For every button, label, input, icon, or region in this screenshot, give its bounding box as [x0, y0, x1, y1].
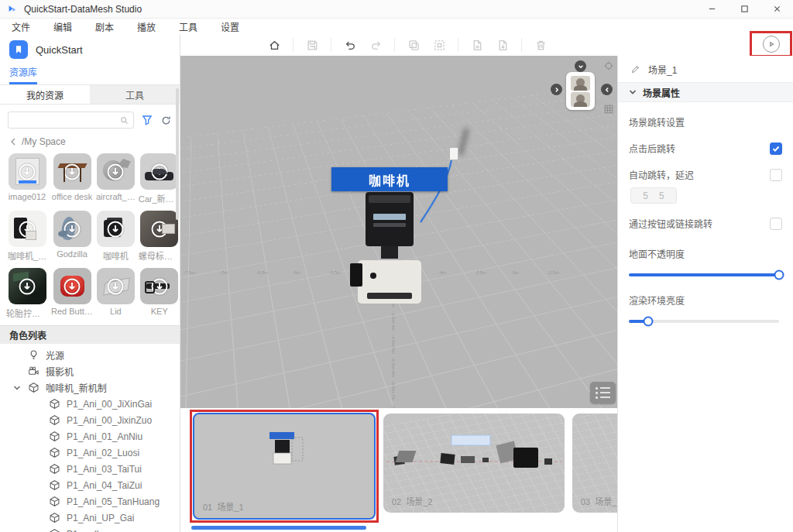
maximize-button[interactable]	[728, 0, 760, 18]
expander-icon[interactable]	[13, 384, 21, 392]
asset-tabs: 我的资源 工具	[0, 85, 180, 105]
ground-opacity-slider[interactable]	[629, 273, 779, 276]
scene-thumbnail-1[interactable]: 01 场景_1	[193, 413, 376, 520]
camera-icon	[28, 366, 39, 377]
asset-tile[interactable]: Red Button	[51, 268, 93, 319]
checkbox-jump-by-button[interactable]	[770, 218, 782, 230]
role-item[interactable]: P1_Ani_04_TaiZui	[0, 477, 180, 493]
section-scene-properties[interactable]: 场景属性	[618, 82, 793, 102]
asset-tile[interactable]: Lid	[96, 268, 136, 319]
env-brightness-slider[interactable]	[629, 320, 779, 323]
focus-target-button[interactable]	[603, 60, 614, 71]
minimize-button[interactable]	[695, 0, 728, 18]
slider-handle[interactable]	[644, 317, 654, 327]
box-icon	[49, 463, 60, 475]
frame-select-button[interactable]	[432, 38, 446, 52]
scene-thumbnail-2[interactable]: 02 场景_2	[383, 414, 565, 513]
project-row[interactable]: QuickStart	[0, 34, 180, 62]
asset-label: Lid	[110, 307, 122, 316]
object-label[interactable]: 咖啡机	[331, 167, 448, 191]
tab-resource-library[interactable]: 资源库	[9, 65, 37, 84]
export-file-button[interactable]	[470, 38, 484, 52]
menu-item[interactable]: 剧本	[84, 20, 125, 33]
checkbox-jump-on-click[interactable]	[770, 142, 782, 155]
coffee-machine-model[interactable]	[350, 192, 427, 310]
tab-my-assets[interactable]: 我的资源	[0, 85, 90, 104]
orbit-left-button[interactable]	[551, 84, 562, 95]
asset-tile[interactable]: 螺母标记漆	[139, 211, 180, 262]
role-item[interactable]: 咖啡机_新机制	[0, 379, 180, 396]
download-icon	[97, 268, 135, 304]
role-item[interactable]: P1_Ani_00_JiXinGai	[0, 396, 180, 412]
menu-item[interactable]: 文件	[0, 20, 42, 33]
toolbar-separator	[293, 38, 294, 52]
role-label: P1_redbox	[67, 529, 112, 532]
trash-button[interactable]	[534, 38, 548, 52]
slider-handle[interactable]	[774, 270, 784, 280]
asset-tile[interactable]: aircraft_…	[96, 153, 136, 204]
panel-scrollbar[interactable]	[176, 88, 179, 220]
grid-tick-label: -4.5m	[391, 335, 396, 346]
scene-viewport[interactable]: -7.5m-7m-6.5m-6m-5.5m-5m-4.5m-4m-3.5m-3m…	[180, 56, 617, 408]
refresh-button[interactable]	[160, 115, 172, 126]
role-item[interactable]: P1_Ani_UP_Gai	[0, 510, 180, 526]
orbit-right-button[interactable]	[601, 84, 613, 95]
asset-thumbnail	[97, 268, 135, 304]
breadcrumb[interactable]: /My Space	[0, 132, 180, 149]
copy-button[interactable]	[407, 38, 421, 52]
asset-tile[interactable]: Godzilla	[51, 211, 93, 262]
role-item[interactable]: P1_redbox	[0, 526, 180, 532]
object-list-button[interactable]	[590, 382, 616, 403]
role-item[interactable]: P1_Ani_00_JixinZuo	[0, 412, 180, 428]
undo-button[interactable]	[343, 38, 357, 52]
asset-tile[interactable]: 轮胎拧紧…	[6, 268, 48, 319]
role-item[interactable]: P1_Ani_01_AnNiu	[0, 428, 180, 444]
asset-tile[interactable]: Car_新机制	[139, 153, 180, 204]
view-gizmo[interactable]	[566, 72, 595, 110]
grid-tick-label: -6.5m	[256, 270, 268, 275]
breadcrumb-path: /My Space	[22, 136, 66, 147]
redo-button[interactable]	[369, 38, 383, 52]
option-jump-by-button: 通过按钮或链接跳转	[629, 217, 782, 230]
menu-item[interactable]: 设置	[209, 20, 251, 33]
toolbar-separator	[331, 38, 331, 52]
role-item[interactable]: P1_Ani_03_TaiTui	[0, 461, 180, 477]
role-item[interactable]: 摄影机	[0, 363, 180, 379]
asset-label: 轮胎拧紧…	[6, 307, 48, 319]
checkbox-auto-jump[interactable]	[770, 169, 782, 181]
asset-tile[interactable]: 咖啡机	[96, 211, 136, 262]
menu-item[interactable]: 编辑	[42, 20, 84, 33]
import-file-button[interactable]	[496, 38, 510, 52]
filter-button[interactable]	[141, 114, 153, 126]
orbit-down-button[interactable]	[575, 60, 586, 72]
asset-thumbnail	[9, 268, 46, 304]
role-item[interactable]: P1_Ani_05_TanHuang	[0, 493, 180, 510]
save-button[interactable]	[305, 38, 319, 52]
close-button[interactable]	[760, 0, 793, 18]
menu-item[interactable]: 播放	[125, 20, 167, 33]
timeline-scrollbar[interactable]	[191, 526, 366, 530]
grid-toggle-button[interactable]	[603, 104, 614, 115]
role-item[interactable]: P1_Ani_02_Luosi	[0, 444, 180, 461]
download-icon	[53, 153, 91, 190]
gizmo-face-front	[571, 92, 590, 107]
scene-name-row[interactable]: 场景_1	[618, 56, 793, 82]
search-input[interactable]	[8, 112, 134, 129]
box-icon	[28, 382, 39, 393]
scene-label: 01 场景_1	[203, 500, 244, 513]
bulb-icon	[28, 349, 39, 361]
refresh-icon	[160, 115, 172, 126]
asset-tile[interactable]: image012	[6, 153, 48, 204]
tab-tools[interactable]: 工具	[90, 85, 180, 104]
asset-tile[interactable]: KEY	[139, 268, 180, 319]
delay-seconds-input[interactable]: 5 5	[630, 187, 677, 204]
toolbar-separator	[458, 38, 458, 52]
home-button[interactable]	[267, 38, 281, 52]
menu-item[interactable]: 工具	[167, 20, 209, 33]
power-plug[interactable]	[449, 147, 458, 160]
role-item[interactable]: 光源	[0, 347, 180, 363]
asset-tile[interactable]: 咖啡机_…	[6, 211, 48, 262]
option-auto-jump: 自动跳转，延迟	[629, 168, 782, 181]
scene-thumbnail-3[interactable]: 03 场景_3	[572, 414, 617, 513]
asset-tile[interactable]: office desk	[51, 153, 93, 204]
